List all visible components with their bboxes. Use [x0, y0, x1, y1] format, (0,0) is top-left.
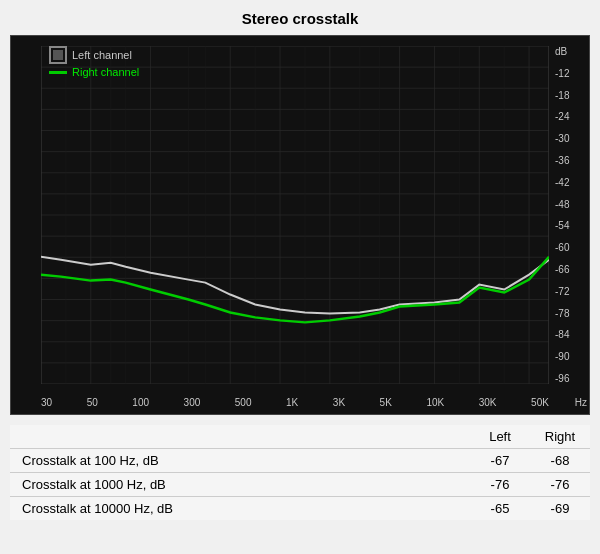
x-label-500: 500 [235, 397, 252, 408]
y-label-48: -48 [555, 199, 569, 210]
left-channel-line [41, 257, 549, 314]
y-label-30: -30 [555, 133, 569, 144]
legend-right-channel: Right channel [49, 66, 139, 78]
x-label-100: 100 [132, 397, 149, 408]
x-label-30k: 30K [479, 397, 497, 408]
table-cell-right-100: -68 [530, 449, 590, 473]
y-label-96: -96 [555, 373, 569, 384]
x-label-1k: 1K [286, 397, 298, 408]
left-channel-label: Left channel [72, 49, 132, 61]
table-row: Crosstalk at 1000 Hz, dB -76 -76 [10, 473, 590, 497]
x-label-50k: 50K [531, 397, 549, 408]
x-label-3k: 3K [333, 397, 345, 408]
y-label-60: -60 [555, 242, 569, 253]
x-unit-label: Hz [575, 397, 587, 408]
table-header-right: Right [530, 425, 590, 449]
y-label-18: -18 [555, 90, 569, 101]
x-axis: 30 50 100 300 500 1K 3K 5K 10K 30K 50K [41, 397, 549, 408]
table-header-row: Left Right [10, 425, 590, 449]
y-label-42: -42 [555, 177, 569, 188]
y-label-90: -90 [555, 351, 569, 362]
table-header-description [10, 425, 470, 449]
chart-svg [41, 46, 549, 384]
chart-container: dB -12 -18 -24 -30 -36 -42 -48 -54 -60 -… [10, 35, 590, 415]
chart-legend: Left channel Right channel [49, 46, 139, 78]
table-cell-left-1000: -76 [470, 473, 530, 497]
y-label-66: -66 [555, 264, 569, 275]
y-label-78: -78 [555, 308, 569, 319]
y-label-12: -12 [555, 68, 569, 79]
x-label-5k: 5K [380, 397, 392, 408]
y-label-36: -36 [555, 155, 569, 166]
x-label-300: 300 [184, 397, 201, 408]
y-label-72: -72 [555, 286, 569, 297]
x-label-50: 50 [87, 397, 98, 408]
data-table-container: Left Right Crosstalk at 100 Hz, dB -67 -… [10, 425, 590, 520]
x-label-30: 30 [41, 397, 52, 408]
table-cell-left-10000: -65 [470, 497, 530, 521]
left-channel-icon-inner [53, 50, 63, 60]
table-cell-right-1000: -76 [530, 473, 590, 497]
y-unit-label: dB [555, 46, 567, 57]
right-channel-icon [49, 71, 67, 74]
table-cell-label-100: Crosstalk at 100 Hz, dB [10, 449, 470, 473]
table-cell-right-10000: -69 [530, 497, 590, 521]
y-label-84: -84 [555, 329, 569, 340]
page-title: Stereo crosstalk [242, 10, 359, 27]
table-cell-label-1000: Crosstalk at 1000 Hz, dB [10, 473, 470, 497]
y-axis: dB -12 -18 -24 -30 -36 -42 -48 -54 -60 -… [551, 46, 589, 384]
y-label-24: -24 [555, 111, 569, 122]
table-cell-left-100: -67 [470, 449, 530, 473]
table-cell-label-10000: Crosstalk at 10000 Hz, dB [10, 497, 470, 521]
x-label-10k: 10K [426, 397, 444, 408]
table-row: Crosstalk at 10000 Hz, dB -65 -69 [10, 497, 590, 521]
legend-left-channel: Left channel [49, 46, 139, 64]
table-row: Crosstalk at 100 Hz, dB -67 -68 [10, 449, 590, 473]
y-label-54: -54 [555, 220, 569, 231]
table-header-left: Left [470, 425, 530, 449]
right-channel-label: Right channel [72, 66, 139, 78]
left-channel-icon [49, 46, 67, 64]
data-table: Left Right Crosstalk at 100 Hz, dB -67 -… [10, 425, 590, 520]
